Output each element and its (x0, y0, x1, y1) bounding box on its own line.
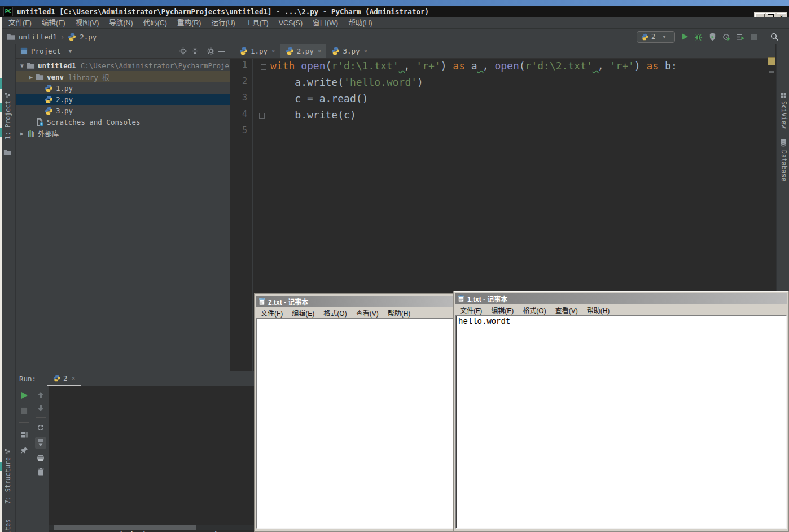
notepad-menu-item[interactable]: 编辑(E) (287, 308, 319, 318)
search-everywhere-button[interactable] (770, 32, 779, 41)
code-area[interactable]: with open(r'd:\1.txt' , 'r+') as a , ope… (270, 60, 677, 142)
sidebar-item-database[interactable]: Database (780, 150, 788, 181)
breadcrumb-file[interactable]: 2.py (80, 33, 97, 41)
down-stack-trace-button[interactable] (37, 405, 44, 412)
print-button[interactable] (37, 454, 45, 462)
stop-button[interactable] (751, 33, 758, 41)
sidebar-item-favorites[interactable]: 2: Favorites (4, 519, 12, 532)
locate-file-button[interactable] (179, 47, 187, 55)
soft-wrap-button[interactable] (37, 424, 45, 432)
code-token: r'd:\2.txt' (525, 60, 593, 72)
menu-item[interactable]: 窗口(W) (308, 17, 343, 29)
restore-layout-button[interactable] (20, 430, 28, 438)
python-icon (44, 84, 54, 93)
code-line[interactable]: a.write('hello.word') (270, 76, 677, 93)
close-icon[interactable]: × (318, 47, 322, 55)
tree-row--[interactable]: ▶外部库 (16, 127, 230, 139)
code-line[interactable]: c = a.read() (270, 93, 677, 109)
tree-row-untitled1[interactable]: ▼untitled1C:\Users\Administrator\Pycharm… (16, 60, 230, 71)
tree-row-3-py[interactable]: 3.py (16, 105, 230, 116)
tree-expand-icon[interactable]: ▶ (27, 74, 35, 80)
fold-start-icon[interactable]: − (261, 64, 266, 70)
sidebar-item-structure[interactable]: 7: Structure (4, 457, 12, 504)
profiler-button[interactable] (722, 33, 731, 41)
menu-item[interactable]: 帮助(H) (343, 17, 377, 29)
pin-button[interactable] (20, 446, 28, 454)
tree-row-1-py[interactable]: 1.py (16, 82, 230, 94)
tree-expand-icon[interactable]: ▶ (18, 130, 26, 137)
line-number: 2 (230, 76, 247, 93)
sidebar-item-sciview[interactable]: SciView (780, 101, 788, 128)
scroll-to-end-button[interactable] (35, 437, 46, 449)
run-concurrency-button[interactable] (737, 33, 745, 41)
chevron-down-icon: ▼ (69, 49, 72, 54)
python-icon (53, 375, 60, 382)
fold-end-icon[interactable] (259, 113, 265, 119)
code-token: ) (417, 76, 423, 88)
code-token: a (471, 60, 477, 72)
scrollbar-thumb[interactable] (54, 525, 196, 530)
run-tab[interactable]: 2 × (47, 371, 81, 386)
notepad2-titlebar[interactable]: 2.txt - 记事本 (256, 296, 455, 307)
menu-item[interactable]: 文件(F) (3, 17, 37, 29)
tree-item-detail: library 根 (68, 72, 109, 82)
background-window-titlebar (0, 0, 789, 6)
notepad2-text-area[interactable] (256, 318, 455, 529)
hide-panel-button[interactable] (218, 48, 225, 55)
close-icon[interactable]: × (72, 375, 76, 382)
stop-button[interactable] (21, 407, 28, 414)
toolbar-separator (764, 32, 764, 42)
notepad-menu-item[interactable]: 查看(V) (352, 308, 383, 318)
notepad-menu-item[interactable]: 帮助(H) (383, 308, 415, 318)
notepad1-titlebar[interactable]: 1.txt - 记事本 (455, 293, 787, 304)
warning-stripe-mark[interactable] (768, 57, 775, 65)
sidebar-item-project[interactable]: 1: Project (4, 100, 12, 139)
notepad-menu-item[interactable]: 文件(F) (256, 308, 287, 318)
editor-tab-3.py[interactable]: 3.py× (326, 44, 372, 58)
tree-expand-icon[interactable]: ▼ (18, 63, 26, 69)
collapse-all-button[interactable] (191, 47, 199, 55)
code-line[interactable] (270, 125, 677, 142)
menu-item[interactable]: 导航(N) (104, 17, 138, 29)
menu-item[interactable]: VCS(S) (274, 17, 308, 29)
notepad-menu-item[interactable]: 格式(O) (518, 305, 550, 315)
screen: PC untitled1 [C:\Users\Administrator\Pyc… (0, 0, 789, 532)
menu-item[interactable]: 工具(T) (240, 17, 274, 29)
menu-item[interactable]: 重构(R) (172, 17, 206, 29)
breadcrumb-project[interactable]: untitled1 (19, 33, 57, 41)
up-stack-trace-button[interactable] (37, 392, 44, 399)
run-with-coverage-button[interactable] (708, 33, 717, 41)
clear-console-button[interactable] (37, 468, 45, 476)
debug-button[interactable] (694, 33, 703, 41)
tree-row-2-py[interactable]: 2.py (16, 94, 230, 105)
scrollbar-thumb[interactable] (769, 71, 774, 73)
run-button[interactable] (681, 33, 689, 41)
tree-row-scratches-and-consoles[interactable]: Scratches and Consoles (16, 116, 230, 127)
menu-item[interactable]: 视图(V) (71, 17, 104, 29)
notepad-menu-item[interactable]: 查看(V) (551, 305, 582, 315)
notepad-menu-item[interactable]: 格式(O) (319, 308, 351, 318)
editor-tab-2.py[interactable]: 2.py× (280, 44, 327, 58)
code-line[interactable]: b.write(c) (270, 109, 677, 125)
folder-icon[interactable] (3, 149, 11, 156)
code-line[interactable]: with open(r'd:\1.txt' , 'r+') as a , ope… (270, 60, 677, 76)
project-view-selector[interactable]: Project (31, 47, 61, 55)
tab-label: 1.py (251, 47, 268, 55)
editor-tab-1.py[interactable]: 1.py× (234, 44, 280, 58)
menu-item[interactable]: 编辑(E) (37, 17, 71, 29)
settings-gear-button[interactable] (207, 47, 215, 55)
run-configuration-select[interactable]: 2 ▼ (637, 31, 675, 43)
rerun-button[interactable] (20, 392, 28, 399)
notepad-menu-item[interactable]: 文件(F) (455, 305, 486, 315)
notepad-menu-item[interactable]: 帮助(H) (582, 305, 615, 315)
notepad-menu-item[interactable]: 编辑(E) (486, 305, 518, 315)
menu-item[interactable]: 代码(C) (138, 17, 172, 29)
notepad1-text-area[interactable]: hello.wordt (455, 315, 787, 529)
database-icon (780, 139, 787, 147)
tree-row-venv[interactable]: ▶venvlibrary 根 (16, 71, 230, 82)
close-icon[interactable]: × (364, 47, 368, 55)
python-icon (239, 47, 248, 55)
close-icon[interactable]: × (271, 47, 275, 55)
menu-item[interactable]: 运行(U) (206, 17, 240, 29)
code-token: as (453, 60, 471, 72)
